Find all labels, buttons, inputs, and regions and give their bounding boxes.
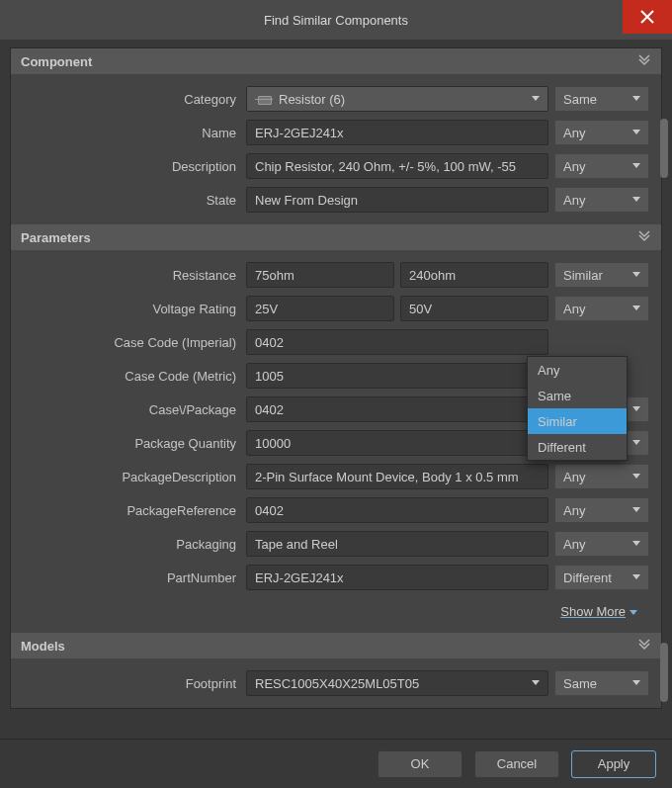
label-package-desc: PackageDescription [15,470,246,484]
case-imperial-input[interactable]: 0402 [246,329,548,355]
chevron-down-icon [632,96,640,101]
dropdown-option-any[interactable]: Any [528,357,627,383]
package-ref-input[interactable]: 0402 [246,497,548,523]
label-footprint: Footprint [15,676,246,691]
close-button[interactable] [623,0,672,34]
chevron-down-icon [632,272,640,277]
collapse-icon [637,637,651,654]
label-name: Name [15,126,246,140]
dropdown-option-different[interactable]: Different [528,434,627,460]
match-select-package-desc[interactable]: Any [554,464,649,489]
chevron-down-icon [632,130,640,134]
chevron-down-icon [632,574,640,579]
match-select-voltage[interactable]: Any [554,296,649,321]
show-more-link[interactable]: Show More [560,604,637,619]
section-body-models: Footprint RESC1005X40X25ML05T05 Same [11,658,661,708]
name-input[interactable]: ERJ-2GEJ241x [246,120,548,145]
chevron-down-icon [632,406,640,411]
chevron-down-icon [632,440,640,445]
ok-button[interactable]: OK [378,750,462,778]
match-select-package-ref[interactable]: Any [554,497,649,523]
chevron-down-icon [632,474,640,479]
voltage-max-input[interactable]: 50V [400,296,548,321]
label-category: Category [15,92,246,107]
cancel-button[interactable]: Cancel [474,750,559,778]
section-header-parameters[interactable]: Parameters [11,224,661,250]
chevron-down-icon [632,163,640,168]
label-case-metric: Case Code (Metric) [15,369,246,384]
show-more-row: Show More [15,594,653,625]
scrollbar[interactable] [660,89,668,679]
match-dropdown-popup: Any Same Similar Different [527,356,628,461]
category-select[interactable]: Resistor (6) [246,86,548,112]
dropdown-option-similar[interactable]: Similar [528,408,627,434]
chevron-down-icon [632,680,640,685]
match-select-name[interactable]: Any [554,120,649,145]
label-case-package: Case\/Package [15,402,246,417]
state-input[interactable]: New From Design [246,187,548,213]
chevron-down-icon [632,197,640,202]
chevron-down-icon [632,541,640,546]
section-header-component[interactable]: Component [11,48,661,74]
resistance-max-input[interactable]: 240ohm [400,262,548,288]
window-title: Find Similar Components [264,13,408,28]
category-value: Resistor (6) [279,92,345,107]
packaging-input[interactable]: Tape and Reel [246,531,548,557]
dialog-footer: OK Cancel Apply [0,739,672,788]
match-select-resistance[interactable]: Similar [554,262,649,288]
package-qty-input[interactable]: 10000 [246,430,548,456]
section-title: Models [21,639,65,654]
chevron-down-icon [532,96,540,101]
match-select-category[interactable]: Same [554,86,649,112]
voltage-min-input[interactable]: 25V [246,296,394,321]
resistor-icon [255,94,273,105]
label-package-qty: Package Quantity [15,436,246,451]
dropdown-option-same[interactable]: Same [528,383,627,408]
chevron-down-icon [630,610,637,615]
dialog-body: Component Category Resistor (6) Same [0,40,672,739]
label-voltage: Voltage Rating [15,302,246,316]
scroll-thumb[interactable] [660,643,668,702]
close-icon [640,10,654,24]
chevron-down-icon [632,306,640,310]
match-select-state[interactable]: Any [554,187,649,213]
resistance-min-input[interactable]: 75ohm [246,262,394,288]
match-select-packaging[interactable]: Any [554,531,649,557]
label-state: State [15,193,246,208]
section-header-models[interactable]: Models [11,633,661,658]
section-body-component: Category Resistor (6) Same Name [11,74,661,224]
collapse-icon [637,228,651,245]
match-select-part-number[interactable]: Different [554,565,649,590]
section-title: Component [21,54,92,69]
label-packaging: Packaging [15,537,246,552]
label-resistance: Resistance [15,268,246,283]
label-package-ref: PackageReference [15,503,246,518]
label-part-number: PartNumber [15,570,246,585]
case-metric-input[interactable]: 1005 [246,363,548,389]
chevron-down-icon [632,507,640,512]
apply-button[interactable]: Apply [571,750,656,778]
section-title: Parameters [21,230,91,245]
label-description: Description [15,159,246,174]
package-desc-input[interactable]: 2-Pin Surface Mount Device, Body 1 x 0.5… [246,464,548,489]
match-select-footprint[interactable]: Same [554,670,649,696]
label-case-imperial: Case Code (Imperial) [15,335,246,350]
part-number-input[interactable]: ERJ-2GEJ241x [246,565,548,590]
collapse-icon [637,52,651,69]
case-package-input[interactable]: 0402 [246,396,548,422]
titlebar: Find Similar Components [0,0,672,40]
match-select-description[interactable]: Any [554,153,649,179]
description-input[interactable]: Chip Resistor, 240 Ohm, +/- 5%, 100 mW, … [246,153,548,179]
footprint-select[interactable]: RESC1005X40X25ML05T05 [246,670,548,696]
chevron-down-icon [532,680,540,685]
scroll-thumb[interactable] [660,119,668,178]
